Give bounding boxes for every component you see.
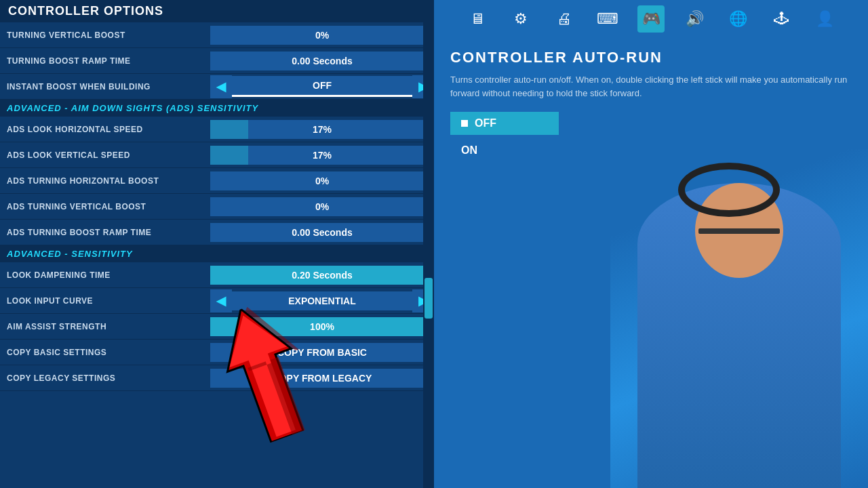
table-row: LOOK DAMPENING TIME 0.20 Seconds (0, 262, 434, 288)
off-option[interactable]: OFF (450, 112, 559, 135)
setting-value[interactable]: 0% (210, 171, 434, 190)
setting-label: INSTANT BOOST WHEN BUILDING (0, 78, 210, 96)
table-row: ADS LOOK HORIZONTAL SPEED 17% (0, 117, 434, 142)
setting-label: ADS LOOK VERTICAL SPEED (0, 146, 210, 164)
table-row: ADS TURNING BOOST RAMP TIME 0.00 Seconds (0, 220, 434, 245)
network-icon[interactable]: 🌐 (724, 5, 751, 33)
setting-label: COPY BASIC SETTINGS (0, 344, 210, 361)
scrollbar[interactable] (423, 20, 434, 488)
nav-bar: 🖥 ⚙ 🖨 ⌨ 🎮 🔊 🌐 🕹 👤 (434, 0, 868, 38)
setting-label: ADS TURNING HORIZONTAL BOOST (0, 172, 210, 190)
scrollbar-thumb[interactable] (425, 278, 433, 319)
table-row: INSTANT BOOST WHEN BUILDING ◀ OFF ▶ (0, 74, 434, 100)
table-row: TURNING BOOST RAMP TIME 0.00 Seconds (0, 48, 434, 74)
setting-label: ADS TURNING BOOST RAMP TIME (0, 224, 210, 241)
left-panel: CONTROLLER OPTIONS TURNING VERTICAL BOOS… (0, 0, 434, 488)
setting-label: ADS LOOK HORIZONTAL SPEED (0, 121, 210, 138)
keyboard-icon[interactable]: ⌨ (594, 5, 621, 33)
table-row: TURNING VERTICAL BOOST 0% (0, 22, 434, 48)
gear-icon[interactable]: ⚙ (507, 5, 534, 33)
arrow-value: OFF (232, 76, 412, 97)
setting-value[interactable]: 0.00 Seconds (210, 223, 434, 242)
setting-value[interactable]: 0% (210, 26, 434, 45)
setting-label: LOOK INPUT CURVE (0, 292, 210, 310)
on-label: ON (461, 144, 477, 157)
info-title: CONTROLLER AUTO-RUN (450, 49, 852, 66)
on-option[interactable]: ON (450, 139, 559, 162)
section-header-ads: ADVANCED - AIM DOWN SIGHTS (ADS) SENSITI… (0, 100, 434, 117)
table-row: ADS TURNING VERTICAL BOOST 0% (0, 194, 434, 220)
table-row: ADS LOOK VERTICAL SPEED 17% (0, 142, 434, 168)
setting-value[interactable]: 0% (210, 197, 434, 216)
table-row: ADS TURNING HORIZONTAL BOOST 0% (0, 168, 434, 194)
setting-value[interactable]: 0.00 Seconds (210, 52, 434, 70)
look-dampening-value[interactable]: 0.20 Seconds (210, 266, 434, 285)
arrow-selector[interactable]: ◀ OFF ▶ (210, 75, 434, 98)
audio-icon[interactable]: 🔊 (681, 5, 708, 33)
person-webcam (610, 149, 868, 488)
account-icon[interactable]: 👤 (811, 5, 838, 33)
controller-icon[interactable]: 🎮 (637, 5, 665, 33)
setting-value[interactable]: 17% (210, 146, 434, 165)
page-title: CONTROLLER OPTIONS (0, 0, 434, 22)
display-icon[interactable]: 🖨 (551, 5, 578, 33)
monitor-icon[interactable]: 🖥 (464, 5, 491, 33)
section-header-sensitivity: ADVANCED - SENSITIVITY (0, 245, 434, 262)
off-label: OFF (475, 117, 496, 129)
info-description: Turns controller auto-run on/off. When o… (450, 73, 852, 100)
setting-value[interactable]: 17% (210, 120, 434, 139)
gamepad-icon[interactable]: 🕹 (768, 5, 795, 33)
setting-label: COPY LEGACY SETTINGS (0, 369, 210, 387)
right-panel: 🖥 ⚙ 🖨 ⌨ 🎮 🔊 🌐 🕹 👤 CONTROLLER AUTO-RUN Tu… (434, 0, 868, 488)
setting-label: ADS TURNING VERTICAL BOOST (0, 198, 210, 216)
off-indicator (461, 120, 468, 127)
table-row: LOOK INPUT CURVE ◀ EXPONENTIAL ▶ (0, 288, 434, 314)
setting-label: LOOK DAMPENING TIME (0, 266, 210, 284)
left-arrow-button[interactable]: ◀ (210, 289, 232, 312)
left-arrow-button[interactable]: ◀ (210, 75, 232, 98)
setting-label: TURNING BOOST RAMP TIME (0, 52, 210, 70)
setting-label: AIM ASSIST STRENGTH (0, 318, 210, 336)
setting-label: TURNING VERTICAL BOOST (0, 26, 210, 44)
